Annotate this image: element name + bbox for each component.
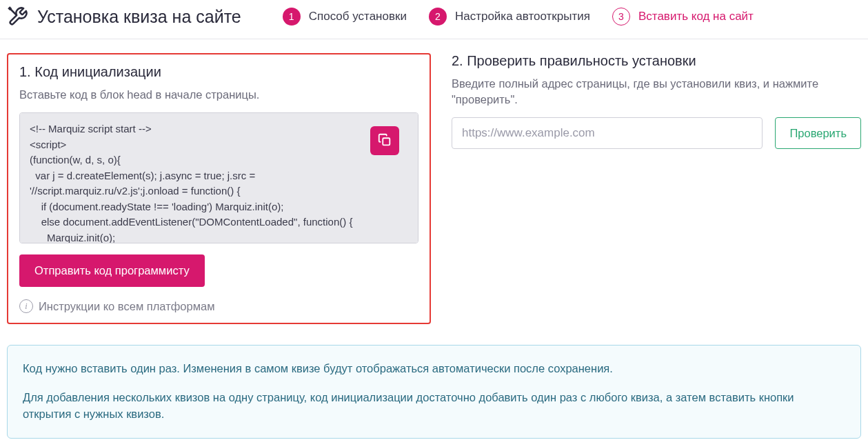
svg-rect-2 [383, 138, 390, 145]
step-badge-2: 2 [429, 8, 447, 26]
svg-line-0 [10, 9, 17, 15]
steps: 1 Способ установки 2 Настройка автооткры… [283, 8, 754, 26]
init-code-panel: 1. Код инициализации Вставьте код в блок… [7, 53, 431, 324]
step-badge-3: 3 [612, 8, 630, 26]
code-block[interactable]: <!-- Marquiz script start --> <script> (… [20, 113, 418, 243]
step-1[interactable]: 1 Способ установки [283, 8, 407, 26]
step-label-2: Настройка автооткрытия [455, 10, 590, 23]
info-icon: i [19, 299, 33, 313]
step-label-1: Способ установки [309, 10, 407, 23]
instructions-label: Инструкции ко всем платформам [39, 300, 215, 313]
instructions-link[interactable]: i Инструкции ко всем платформам [19, 299, 418, 313]
verify-panel: 2. Проверить правильность установки Введ… [452, 53, 861, 324]
page-title: Установка квиза на сайте [37, 7, 241, 27]
check-button[interactable]: Проверить [775, 117, 861, 149]
verify-desc: Введите полный адрес страницы, где вы ус… [452, 76, 861, 108]
verify-title: 2. Проверить правильность установки [452, 53, 861, 69]
step-badge-1: 1 [283, 8, 301, 26]
init-code-desc: Вставьте код в блок head в начале страни… [19, 87, 418, 103]
copy-icon [377, 132, 392, 150]
step-3[interactable]: 3 Вставить код на сайт [612, 8, 754, 26]
step-label-3: Вставить код на сайт [638, 10, 754, 23]
tools-icon [7, 6, 29, 28]
send-to-developer-button[interactable]: Отправить код программисту [19, 254, 205, 287]
info-note: Код нужно вставить один раз. Изменения в… [7, 345, 861, 439]
step-2[interactable]: 2 Настройка автооткрытия [429, 8, 590, 26]
code-scroll[interactable]: <!-- Marquiz script start --> <script> (… [19, 112, 418, 243]
url-input[interactable] [452, 117, 763, 149]
init-code-title: 1. Код инициализации [19, 64, 418, 80]
note-line-2: Для добавления нескольких квизов на одну… [23, 390, 845, 423]
header: Установка квиза на сайте 1 Способ устано… [0, 0, 868, 39]
copy-button[interactable] [370, 126, 399, 155]
note-line-1: Код нужно вставить один раз. Изменения в… [23, 361, 845, 377]
